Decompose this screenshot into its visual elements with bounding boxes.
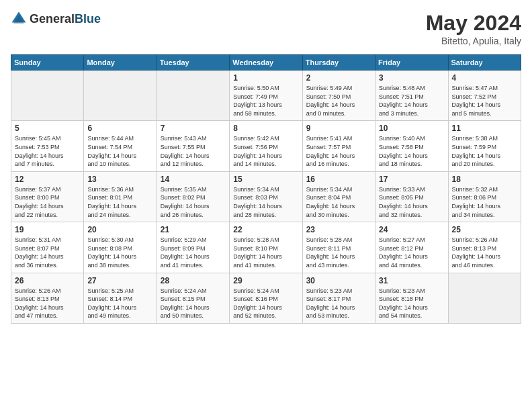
day-info: Sunrise: 5:26 AM Sunset: 8:13 PM Dayligh… (452, 236, 517, 269)
calendar-cell: 13Sunrise: 5:36 AM Sunset: 8:01 PM Dayli… (84, 171, 157, 222)
calendar-cell: 12Sunrise: 5:37 AM Sunset: 8:00 PM Dayli… (11, 171, 84, 222)
calendar-cell: 26Sunrise: 5:26 AM Sunset: 8:13 PM Dayli… (11, 273, 84, 323)
calendar-cell: 8Sunrise: 5:42 AM Sunset: 7:56 PM Daylig… (230, 121, 302, 171)
day-number: 18 (452, 175, 517, 184)
day-number: 6 (87, 124, 152, 133)
day-number: 24 (379, 225, 444, 234)
day-number: 12 (15, 175, 80, 184)
day-info: Sunrise: 5:44 AM Sunset: 7:54 PM Dayligh… (87, 134, 152, 168)
header-cell-monday: Monday (84, 55, 157, 71)
day-info: Sunrise: 5:48 AM Sunset: 7:51 PM Dayligh… (379, 84, 444, 118)
day-number: 10 (379, 124, 444, 133)
day-number: 3 (379, 73, 444, 83)
calendar-week-3: 12Sunrise: 5:37 AM Sunset: 8:00 PM Dayli… (11, 171, 521, 222)
day-number: 7 (161, 124, 226, 133)
day-number: 5 (15, 124, 80, 133)
calendar-cell: 21Sunrise: 5:29 AM Sunset: 8:09 PM Dayli… (157, 222, 229, 273)
day-number: 26 (15, 276, 80, 285)
day-info: Sunrise: 5:41 AM Sunset: 7:57 PM Dayligh… (306, 134, 371, 168)
calendar-week-1: 1Sunrise: 5:50 AM Sunset: 7:49 PM Daylig… (11, 71, 521, 121)
calendar-cell: 15Sunrise: 5:34 AM Sunset: 8:03 PM Dayli… (230, 171, 302, 222)
day-number: 11 (452, 124, 517, 133)
calendar-header: SundayMondayTuesdayWednesdayThursdayFrid… (11, 55, 521, 71)
calendar-cell: 4Sunrise: 5:47 AM Sunset: 7:52 PM Daylig… (448, 71, 521, 121)
day-info: Sunrise: 5:26 AM Sunset: 8:13 PM Dayligh… (15, 287, 80, 320)
calendar-cell (11, 71, 84, 121)
day-info: Sunrise: 5:31 AM Sunset: 8:07 PM Dayligh… (15, 236, 80, 269)
day-number: 30 (306, 276, 371, 285)
logo-icon (11, 11, 27, 27)
day-number: 8 (233, 124, 298, 133)
calendar-week-2: 5Sunrise: 5:45 AM Sunset: 7:53 PM Daylig… (11, 121, 521, 171)
calendar-title: May 2024 (426, 11, 521, 36)
header-cell-friday: Friday (375, 55, 448, 71)
calendar-cell: 31Sunrise: 5:23 AM Sunset: 8:18 PM Dayli… (375, 273, 448, 323)
day-info: Sunrise: 5:24 AM Sunset: 8:15 PM Dayligh… (161, 287, 226, 320)
day-number: 16 (306, 175, 371, 184)
calendar-cell: 29Sunrise: 5:24 AM Sunset: 8:16 PM Dayli… (230, 273, 302, 323)
day-info: Sunrise: 5:34 AM Sunset: 8:03 PM Dayligh… (233, 185, 298, 219)
header-row: SundayMondayTuesdayWednesdayThursdayFrid… (11, 55, 521, 71)
calendar-cell: 7Sunrise: 5:43 AM Sunset: 7:55 PM Daylig… (157, 121, 229, 171)
day-info: Sunrise: 5:25 AM Sunset: 8:14 PM Dayligh… (87, 287, 152, 320)
day-info: Sunrise: 5:37 AM Sunset: 8:00 PM Dayligh… (15, 185, 80, 219)
calendar-cell (84, 71, 157, 121)
day-info: Sunrise: 5:40 AM Sunset: 7:58 PM Dayligh… (379, 134, 444, 168)
day-info: Sunrise: 5:32 AM Sunset: 8:06 PM Dayligh… (452, 185, 517, 219)
header-cell-thursday: Thursday (302, 55, 375, 71)
day-info: Sunrise: 5:38 AM Sunset: 7:59 PM Dayligh… (452, 134, 517, 168)
day-info: Sunrise: 5:45 AM Sunset: 7:53 PM Dayligh… (15, 134, 80, 168)
day-number: 1 (233, 73, 298, 83)
calendar-cell (157, 71, 229, 121)
header-cell-wednesday: Wednesday (230, 55, 302, 71)
calendar-cell: 19Sunrise: 5:31 AM Sunset: 8:07 PM Dayli… (11, 222, 84, 273)
day-number: 15 (233, 175, 298, 184)
day-number: 20 (87, 225, 152, 234)
day-number: 4 (452, 73, 517, 83)
day-info: Sunrise: 5:33 AM Sunset: 8:05 PM Dayligh… (379, 185, 444, 219)
day-number: 13 (87, 175, 152, 184)
day-info: Sunrise: 5:28 AM Sunset: 8:11 PM Dayligh… (306, 236, 371, 269)
day-number: 25 (452, 225, 517, 234)
day-info: Sunrise: 5:35 AM Sunset: 8:02 PM Dayligh… (161, 185, 226, 219)
calendar-cell: 25Sunrise: 5:26 AM Sunset: 8:13 PM Dayli… (448, 222, 521, 273)
calendar-cell: 9Sunrise: 5:41 AM Sunset: 7:57 PM Daylig… (302, 121, 375, 171)
day-number: 21 (161, 225, 226, 234)
logo-text-general: General (30, 12, 75, 26)
calendar-cell: 18Sunrise: 5:32 AM Sunset: 8:06 PM Dayli… (448, 171, 521, 222)
day-info: Sunrise: 5:23 AM Sunset: 8:17 PM Dayligh… (306, 287, 371, 320)
day-info: Sunrise: 5:23 AM Sunset: 8:18 PM Dayligh… (379, 287, 444, 320)
calendar-cell: 16Sunrise: 5:34 AM Sunset: 8:04 PM Dayli… (302, 171, 375, 222)
day-info: Sunrise: 5:24 AM Sunset: 8:16 PM Dayligh… (233, 287, 298, 320)
day-number: 19 (15, 225, 80, 234)
day-number: 2 (306, 73, 371, 83)
day-number: 22 (233, 225, 298, 234)
logo: GeneralBlue (11, 11, 101, 27)
day-number: 28 (161, 276, 226, 285)
calendar-week-4: 19Sunrise: 5:31 AM Sunset: 8:07 PM Dayli… (11, 222, 521, 273)
calendar-location: Bitetto, Apulia, Italy (426, 36, 521, 46)
calendar-cell: 23Sunrise: 5:28 AM Sunset: 8:11 PM Dayli… (302, 222, 375, 273)
logo-text-blue: Blue (75, 12, 101, 26)
page-header: GeneralBlue May 2024 Bitetto, Apulia, It… (11, 11, 521, 46)
calendar-cell: 24Sunrise: 5:27 AM Sunset: 8:12 PM Dayli… (375, 222, 448, 273)
day-info: Sunrise: 5:50 AM Sunset: 7:49 PM Dayligh… (233, 84, 298, 118)
calendar-cell: 2Sunrise: 5:49 AM Sunset: 7:50 PM Daylig… (302, 71, 375, 121)
title-block: May 2024 Bitetto, Apulia, Italy (426, 11, 521, 46)
day-number: 9 (306, 124, 371, 133)
header-cell-saturday: Saturday (448, 55, 521, 71)
calendar-cell: 5Sunrise: 5:45 AM Sunset: 7:53 PM Daylig… (11, 121, 84, 171)
calendar-cell: 10Sunrise: 5:40 AM Sunset: 7:58 PM Dayli… (375, 121, 448, 171)
day-info: Sunrise: 5:29 AM Sunset: 8:09 PM Dayligh… (161, 236, 226, 269)
day-info: Sunrise: 5:34 AM Sunset: 8:04 PM Dayligh… (306, 185, 371, 219)
day-info: Sunrise: 5:42 AM Sunset: 7:56 PM Dayligh… (233, 134, 298, 168)
day-number: 17 (379, 175, 444, 184)
day-number: 29 (233, 276, 298, 285)
calendar-cell: 27Sunrise: 5:25 AM Sunset: 8:14 PM Dayli… (84, 273, 157, 323)
day-info: Sunrise: 5:36 AM Sunset: 8:01 PM Dayligh… (87, 185, 152, 219)
calendar-cell: 6Sunrise: 5:44 AM Sunset: 7:54 PM Daylig… (84, 121, 157, 171)
calendar-cell: 17Sunrise: 5:33 AM Sunset: 8:05 PM Dayli… (375, 171, 448, 222)
day-number: 23 (306, 225, 371, 234)
calendar-week-5: 26Sunrise: 5:26 AM Sunset: 8:13 PM Dayli… (11, 273, 521, 323)
calendar-cell: 11Sunrise: 5:38 AM Sunset: 7:59 PM Dayli… (448, 121, 521, 171)
